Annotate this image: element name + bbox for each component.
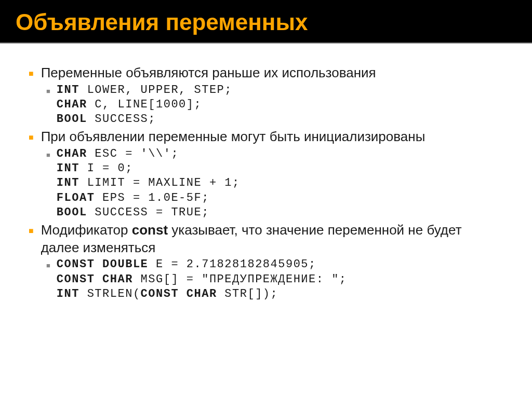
slide-content: ■ Переменные объявляются раньше их испол… [0, 44, 532, 398]
code-block-3: const double e = 2.71828182845905; const… [57, 257, 347, 301]
bullet-text: Переменные объявляются раньше их использ… [41, 64, 376, 82]
sub-marker-icon: ■ [46, 262, 50, 269]
slide: Объявления переменных ■ Переменные объяв… [0, 0, 532, 398]
bullet-marker-icon: ■ [29, 226, 34, 236]
code-block-1: int lower, upper, step; char c, line[100… [57, 83, 232, 127]
bullet-item-3: ■ Модификатор const указывает, что значе… [29, 222, 503, 301]
sub-list: ■ char esc = '\\'; int i = 0; int limit … [46, 147, 503, 220]
bullet-marker-icon: ■ [29, 133, 34, 142]
bullet-line: ■ Модификатор const указывает, что значе… [29, 222, 503, 257]
bullet-line: ■ При объявлении переменные могут быть и… [29, 128, 503, 146]
sub-list: ■ const double e = 2.71828182845905; con… [46, 257, 503, 301]
code-block-2: char esc = '\\'; int i = 0; int limit = … [57, 147, 240, 220]
code-sub-item: ■ int lower, upper, step; char c, line[1… [46, 83, 503, 127]
sub-list: ■ int lower, upper, step; char c, line[1… [46, 83, 503, 127]
slide-title: Объявления переменных [16, 9, 516, 35]
code-sub-item: ■ const double e = 2.71828182845905; con… [46, 257, 503, 301]
slide-header: Объявления переменных [0, 0, 532, 44]
sub-marker-icon: ■ [46, 87, 50, 95]
bullet-marker-icon: ■ [29, 69, 34, 78]
sub-marker-icon: ■ [46, 151, 50, 159]
bullet-line: ■ Переменные объявляются раньше их испол… [29, 64, 503, 82]
bullet-text: При объявлении переменные могут быть ини… [41, 128, 425, 146]
bullet-list: ■ Переменные объявляются раньше их испол… [29, 64, 503, 301]
bullet-item-2: ■ При объявлении переменные могут быть и… [29, 128, 503, 220]
bullet-text: Модификатор const указывает, что значени… [41, 222, 503, 257]
bullet-item-1: ■ Переменные объявляются раньше их испол… [29, 64, 503, 127]
code-sub-item: ■ char esc = '\\'; int i = 0; int limit … [46, 147, 503, 220]
